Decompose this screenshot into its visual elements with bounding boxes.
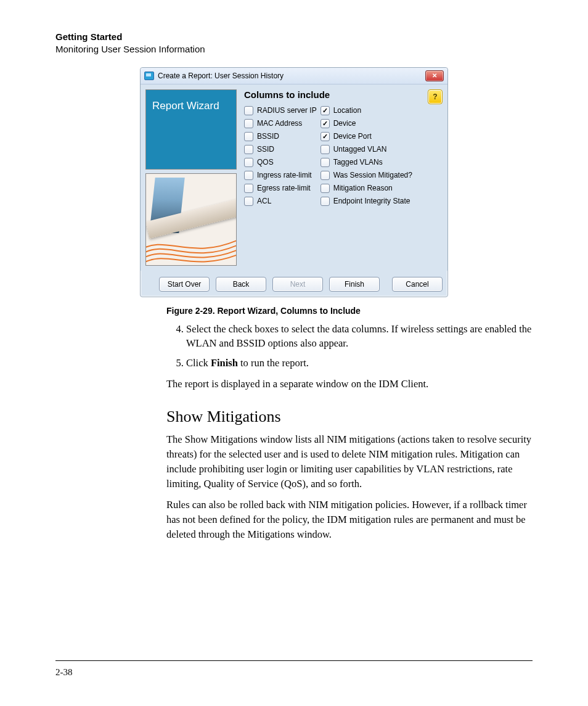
checkbox-column-left: RADIUS server IPMAC AddressBSSIDSSIDQOSI…: [244, 106, 317, 206]
checkbox-option[interactable]: ACL: [244, 197, 317, 206]
checkbox-option[interactable]: RADIUS server IP: [244, 106, 317, 115]
checkbox-icon[interactable]: ✓: [321, 132, 330, 141]
checkbox-label: Device Port: [333, 132, 372, 141]
checkbox-label: MAC Address: [257, 119, 302, 128]
checkbox-icon[interactable]: [244, 197, 253, 206]
close-icon[interactable]: ✕: [425, 70, 444, 81]
cancel-button[interactable]: Cancel: [392, 277, 443, 292]
checkbox-label: Location: [333, 106, 361, 115]
step-4: Select the check boxes to select the dat…: [186, 322, 533, 351]
dialog-title: Create a Report: User Session History: [158, 72, 422, 80]
checkbox-option[interactable]: ✓Device: [321, 119, 412, 128]
checkbox-icon[interactable]: [244, 145, 253, 154]
wizard-button-row: Start Over Back Next Finish Cancel: [141, 271, 447, 297]
checkbox-label: Egress rate-limit: [257, 184, 311, 192]
checkbox-icon[interactable]: ✓: [321, 119, 330, 128]
header-line-2: Monitoring User Session Information: [55, 43, 533, 55]
checkbox-option[interactable]: MAC Address: [244, 119, 317, 128]
figure-caption: Figure 2-29. Report Wizard, Columns to I…: [166, 306, 533, 316]
checkbox-label: Endpoint Integrity State: [333, 197, 410, 205]
paragraph-1: The Show Mitigations window lists all NI…: [166, 432, 533, 491]
running-header: Getting Started Monitoring User Session …: [55, 31, 533, 56]
start-over-button[interactable]: Start Over: [159, 277, 210, 292]
checkbox-option[interactable]: SSID: [244, 145, 317, 154]
checkbox-option[interactable]: Endpoint Integrity State: [321, 197, 412, 206]
checkbox-icon[interactable]: [321, 184, 330, 193]
page-number: 2-38: [55, 667, 73, 677]
wizard-decorative-image: [145, 173, 237, 266]
checkbox-label: SSID: [257, 145, 274, 154]
checkbox-icon[interactable]: [244, 119, 253, 128]
wizard-banner-label: Report Wizard: [152, 100, 219, 112]
checkbox-label: BSSID: [257, 132, 279, 141]
checkbox-icon[interactable]: ✓: [321, 106, 330, 115]
checkbox-label: Was Session Mitigated?: [333, 171, 412, 179]
checkbox-label: Tagged VLANs: [333, 158, 383, 166]
section-heading-show-mitigations: Show Mitigations: [166, 408, 533, 426]
after-steps-paragraph: The report is displayed in a separate wi…: [166, 377, 533, 392]
checkbox-icon[interactable]: [244, 132, 253, 141]
checkbox-label: RADIUS server IP: [257, 106, 317, 115]
checkbox-icon[interactable]: [321, 171, 330, 180]
checkbox-option[interactable]: Tagged VLANs: [321, 158, 412, 167]
instruction-list: Select the check boxes to select the dat…: [169, 322, 533, 371]
next-button: Next: [272, 277, 323, 292]
help-icon[interactable]: ?: [428, 89, 443, 104]
step-5: Click Finish to run the report.: [186, 356, 533, 371]
checkbox-label: Device: [333, 119, 356, 128]
checkbox-label: ACL: [257, 197, 271, 205]
wizard-banner: Report Wizard: [145, 89, 237, 170]
checkbox-option[interactable]: Was Session Mitigated?: [321, 171, 412, 180]
checkbox-option[interactable]: QOS: [244, 158, 317, 167]
checkbox-option[interactable]: BSSID: [244, 132, 317, 141]
checkbox-label: Ingress rate-limit: [257, 171, 312, 179]
checkbox-option[interactable]: Untagged VLAN: [321, 145, 412, 154]
checkbox-column-right: ✓Location✓Device✓Device PortUntagged VLA…: [321, 106, 412, 206]
checkbox-option[interactable]: ✓Location: [321, 106, 412, 115]
checkbox-label: Mitigation Reason: [333, 184, 393, 192]
checkbox-option[interactable]: Ingress rate-limit: [244, 171, 317, 180]
back-button[interactable]: Back: [216, 277, 266, 292]
title-bar: Create a Report: User Session History ✕: [141, 68, 447, 84]
paragraph-2: Rules can also be rolled back with NIM m…: [166, 498, 533, 542]
checkbox-icon[interactable]: [321, 145, 330, 154]
header-line-1: Getting Started: [55, 31, 533, 43]
checkbox-icon[interactable]: [321, 197, 330, 206]
checkbox-icon[interactable]: [321, 158, 330, 167]
finish-button[interactable]: Finish: [329, 277, 380, 292]
checkbox-label: Untagged VLAN: [333, 145, 387, 154]
checkbox-option[interactable]: Egress rate-limit: [244, 184, 317, 193]
app-monitor-icon: [144, 72, 154, 80]
checkbox-icon[interactable]: [244, 171, 253, 180]
checkbox-icon[interactable]: [244, 184, 253, 193]
report-wizard-dialog: Create a Report: User Session History ✕ …: [140, 67, 448, 297]
checkbox-icon[interactable]: [244, 158, 253, 167]
checkbox-option[interactable]: ✓Device Port: [321, 132, 412, 141]
checkbox-option[interactable]: Mitigation Reason: [321, 184, 412, 193]
wizard-side-panel: Report Wizard: [145, 89, 237, 266]
checkbox-label: QOS: [257, 158, 274, 166]
page-footer: 2-38: [55, 660, 533, 678]
columns-heading: Columns to include: [244, 89, 330, 100]
checkbox-icon[interactable]: [244, 106, 253, 115]
